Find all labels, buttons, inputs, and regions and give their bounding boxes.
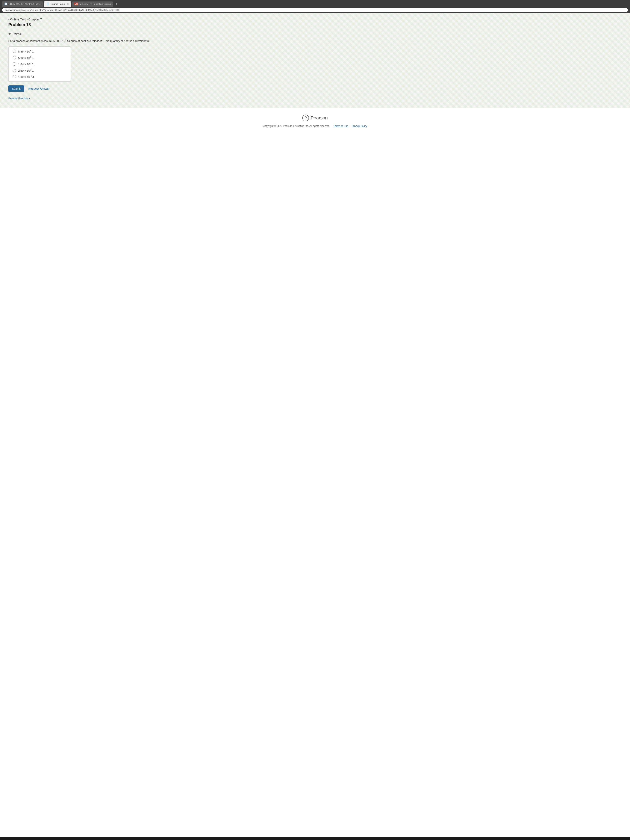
pearson-icon: P bbox=[302, 115, 309, 121]
mcgraw-icon: MH bbox=[74, 3, 78, 5]
address-bar-row: openvellum.ecollege.com/course.html?cour… bbox=[0, 7, 630, 13]
pearson-logo: P Pearson bbox=[302, 115, 328, 121]
new-tab-button[interactable]: + bbox=[114, 2, 119, 6]
radio-circle-5[interactable] bbox=[13, 75, 16, 78]
radio-option-2[interactable]: 5.92 × 103 J. bbox=[13, 56, 66, 60]
copyright-text: Copyright © 2020 Pearson Education Inc. … bbox=[4, 125, 626, 128]
tab-bar: 📄 CHEM-101-384-Winter21: My... ✕ 🗒️ Cour… bbox=[0, 0, 630, 7]
content-area: Online Test - Chapter 7 Problem 18 Part … bbox=[0, 13, 630, 108]
request-answer-button[interactable]: Request Answer bbox=[28, 87, 49, 90]
footer-section: P Pearson Copyright © 2020 Pearson Educa… bbox=[0, 108, 630, 132]
option-4-text: 2.60 × 105 J. bbox=[18, 69, 34, 72]
radio-option-1[interactable]: 8.85 × 105 J. bbox=[13, 50, 66, 53]
address-bar[interactable]: openvellum.ecollege.com/course.html?cour… bbox=[2, 8, 628, 12]
close-tab-1-icon[interactable]: ✕ bbox=[43, 3, 43, 5]
option-1-text: 8.85 × 105 J. bbox=[18, 50, 34, 53]
radio-circle-3[interactable] bbox=[13, 62, 16, 66]
radio-option-5[interactable]: 1.92 × 10-5 J. bbox=[13, 75, 66, 79]
browser-chrome: 📄 CHEM-101-384-Winter21: My... ✕ 🗒️ Cour… bbox=[0, 0, 630, 13]
radio-option-3[interactable]: 1.24 × 105 J. bbox=[13, 62, 66, 66]
button-row: Submit Request Answer bbox=[8, 85, 622, 92]
tab-mcgraw[interactable]: MH McGraw-Hill Education Campu... ✕ bbox=[72, 2, 113, 7]
radio-circle-4[interactable] bbox=[13, 69, 16, 72]
privacy-policy-link[interactable]: Privacy Policy bbox=[352, 125, 367, 128]
option-3-text: 1.24 × 105 J. bbox=[18, 62, 34, 66]
page-content: Online Test - Chapter 7 Problem 18 Part … bbox=[0, 13, 630, 837]
submit-button[interactable]: Submit bbox=[8, 85, 24, 92]
terms-of-use-link[interactable]: Terms of Use bbox=[333, 125, 348, 128]
radio-option-4[interactable]: 2.60 × 105 J. bbox=[13, 69, 66, 72]
tab-chem[interactable]: 📄 CHEM-101-384-Winter21: My... ✕ bbox=[2, 1, 43, 7]
tab-course-home-label: Course Home bbox=[51, 3, 65, 5]
provide-feedback-link[interactable]: Provide Feedback bbox=[8, 97, 622, 100]
part-header: Part A bbox=[8, 32, 622, 36]
option-2-text: 5.92 × 103 J. bbox=[18, 56, 34, 60]
tab-mcgraw-label: McGraw-Hill Education Campu... bbox=[80, 3, 113, 5]
option-5-text: 1.92 × 10-5 J. bbox=[18, 75, 35, 79]
part-section: Part A For a process at constant pressur… bbox=[8, 32, 622, 100]
document-icon: 🗒️ bbox=[46, 3, 49, 5]
problem-title: Problem 18 bbox=[8, 22, 622, 27]
radio-circle-1[interactable] bbox=[13, 50, 16, 53]
tab-course-home[interactable]: 🗒️ Course Home ✕ bbox=[44, 1, 71, 7]
tab-chem-label: CHEM-101-384-Winter21: My... bbox=[8, 3, 40, 5]
page-icon: 📄 bbox=[4, 3, 7, 5]
pearson-name: Pearson bbox=[311, 115, 328, 121]
close-tab-2-icon[interactable]: ✕ bbox=[67, 3, 69, 5]
back-link[interactable]: Online Test - Chapter 7 bbox=[8, 18, 42, 21]
answer-box: 8.85 × 105 J. 5.92 × 103 J. 1.24 × 105 J… bbox=[8, 46, 71, 82]
part-label: Part A bbox=[13, 32, 22, 36]
question-text: For a process at constant pressure, 6.20… bbox=[8, 38, 622, 43]
radio-circle-2[interactable] bbox=[13, 56, 16, 59]
collapse-arrow-icon[interactable] bbox=[8, 33, 11, 35]
